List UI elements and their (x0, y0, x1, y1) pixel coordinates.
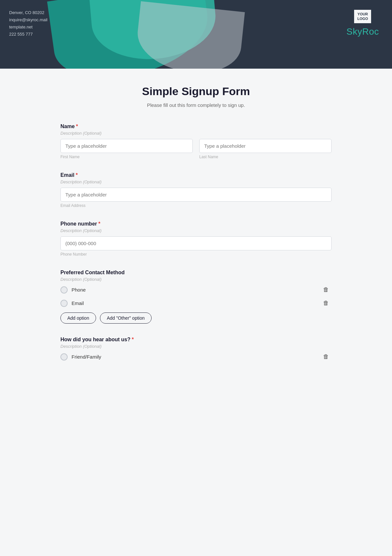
add-other-option-button[interactable]: Add "Other" option (100, 312, 152, 324)
radio-circle-email[interactable] (60, 300, 68, 307)
logo-box: YOUR LOGO (353, 9, 372, 24)
contact-info: Denver, CO 80202 inquire@skyroc.mail tem… (9, 9, 47, 38)
name-row: First Name Last Name (60, 139, 332, 159)
hear-about-required-star: * (132, 337, 134, 342)
radio-circle-friend[interactable] (60, 353, 68, 361)
address-line: Denver, CO 80202 (9, 9, 47, 16)
logo-line2: LOGO (357, 17, 368, 21)
last-name-input[interactable] (199, 139, 332, 153)
email-description: Description (Optional) (60, 179, 332, 184)
logo-line1: YOUR (357, 12, 368, 16)
delete-friend-icon[interactable]: 🗑 (320, 352, 332, 362)
phone-label: Phone number* (60, 221, 332, 227)
hear-about-section: How did you hear about us?* Description … (60, 337, 332, 362)
phone-input-group: Phone Number (60, 236, 332, 257)
phone-section: Phone number* Description (Optional) Pho… (60, 221, 332, 257)
phone-line: 222 555 777 (9, 31, 47, 38)
last-name-sublabel: Last Name (199, 155, 332, 159)
contact-method-description: Description (Optional) (60, 277, 332, 282)
brand-name: SkyRoc (347, 26, 379, 37)
first-name-input[interactable] (60, 139, 193, 153)
email-line: inquire@skyroc.mail (9, 16, 47, 24)
radio-circle-phone[interactable] (60, 286, 68, 294)
first-name-group: First Name (60, 139, 193, 159)
email-sublabel: Email Address (60, 203, 332, 208)
decorative-waves (0, 0, 392, 69)
phone-input[interactable] (60, 236, 332, 250)
add-option-row: Add option Add "Other" option (60, 312, 332, 324)
form-subtitle: Please fill out this form completely to … (60, 102, 332, 108)
email-section: Email* Description (Optional) Email Addr… (60, 172, 332, 208)
main-content: Simple Signup Form Please fill out this … (54, 69, 338, 394)
last-name-group: Last Name (199, 139, 332, 159)
hear-about-description: Description (Optional) (60, 344, 332, 349)
form-title: Simple Signup Form (60, 85, 332, 98)
phone-sublabel: Phone Number (60, 252, 332, 257)
radio-label-phone: Phone (72, 287, 86, 293)
page-header: Denver, CO 80202 inquire@skyroc.mail tem… (0, 0, 392, 69)
radio-label-friend: Friend/Family (72, 354, 101, 360)
name-label: Name* (60, 124, 332, 129)
radio-left-friend: Friend/Family (60, 353, 101, 361)
delete-phone-icon[interactable]: 🗑 (320, 285, 332, 295)
email-input[interactable] (60, 188, 332, 202)
brand-name-text: SkyRoc (347, 26, 379, 37)
email-required-star: * (76, 172, 78, 178)
website-line: template.net (9, 24, 47, 31)
name-required-star: * (76, 124, 78, 129)
email-input-group: Email Address (60, 188, 332, 208)
name-section: Name* Description (Optional) First Name … (60, 124, 332, 159)
radio-label-email: Email (72, 300, 84, 306)
logo-area: YOUR LOGO SkyRoc (347, 9, 379, 37)
name-description: Description (Optional) (60, 131, 332, 136)
contact-option-email: Email 🗑 (60, 298, 332, 308)
hear-option-friend: Friend/Family 🗑 (60, 352, 332, 362)
contact-option-phone: Phone 🗑 (60, 285, 332, 295)
contact-method-section: Preferred Contact Method Description (Op… (60, 270, 332, 324)
contact-method-label: Preferred Contact Method (60, 270, 332, 276)
phone-description: Description (Optional) (60, 228, 332, 233)
radio-left-email: Email (60, 300, 84, 307)
delete-email-icon[interactable]: 🗑 (320, 298, 332, 308)
email-label: Email* (60, 172, 332, 178)
first-name-sublabel: First Name (60, 155, 193, 159)
phone-required-star: * (98, 221, 100, 227)
radio-left-phone: Phone (60, 286, 86, 294)
add-option-button[interactable]: Add option (60, 312, 96, 324)
hear-about-label: How did you hear about us?* (60, 337, 332, 343)
